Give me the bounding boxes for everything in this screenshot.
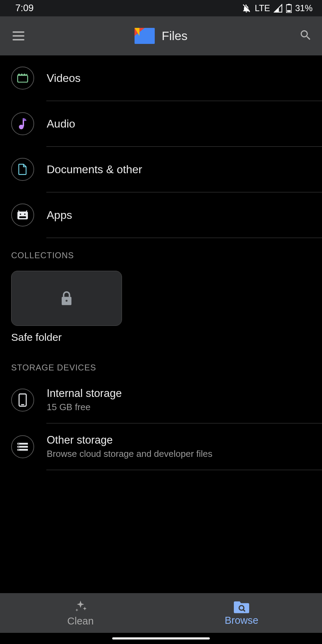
status-battery: 31% xyxy=(295,3,313,13)
collections-header: COLLECTIONS xyxy=(0,238,322,260)
status-bar: 7:09 LTE 31% xyxy=(0,0,322,16)
hamburger-icon xyxy=(13,31,24,33)
gesture-bar[interactable] xyxy=(0,633,322,644)
category-documents[interactable]: Documents & other xyxy=(0,147,322,192)
category-apps[interactable]: Apps xyxy=(0,192,322,238)
svg-rect-2 xyxy=(287,10,291,12)
storage-subtitle: 15 GB free xyxy=(47,402,122,413)
search-icon xyxy=(299,29,312,42)
storage-title: Internal storage xyxy=(47,387,122,400)
sparkle-icon xyxy=(73,599,88,614)
storage-internal[interactable]: Internal storage 15 GB free xyxy=(0,377,322,423)
menu-button[interactable] xyxy=(13,31,24,40)
category-label: Videos xyxy=(47,72,80,85)
signal-icon xyxy=(274,4,283,13)
app-header: Files xyxy=(0,16,322,55)
status-network: LTE xyxy=(255,3,270,13)
nav-clean[interactable]: Clean xyxy=(0,593,161,633)
nav-label: Browse xyxy=(225,615,259,626)
home-indicator xyxy=(112,637,210,639)
category-label: Audio xyxy=(47,117,75,130)
storage-other[interactable]: Other storage Browse cloud storage and d… xyxy=(0,423,322,470)
category-videos[interactable]: Videos xyxy=(0,55,322,101)
audio-icon xyxy=(11,112,34,135)
storage-header: STORAGE DEVICES xyxy=(0,343,322,373)
document-icon xyxy=(11,158,34,181)
category-label: Documents & other xyxy=(47,163,142,176)
apps-icon xyxy=(11,204,34,227)
status-right: LTE 31% xyxy=(242,3,313,13)
phone-icon xyxy=(11,389,34,412)
svg-point-11 xyxy=(66,300,68,302)
svg-rect-6 xyxy=(17,212,28,220)
svg-point-19 xyxy=(18,449,20,450)
divider xyxy=(46,470,322,470)
search-button[interactable] xyxy=(299,29,312,43)
header-title-group: Files xyxy=(135,28,187,44)
folder-search-icon xyxy=(234,600,249,613)
svg-point-18 xyxy=(18,446,20,447)
storage-stack-icon xyxy=(11,435,34,458)
svg-point-7 xyxy=(20,214,21,215)
bottom-nav: Clean Browse xyxy=(0,593,322,633)
svg-rect-9 xyxy=(19,216,26,218)
storage-subtitle: Browse cloud storage and developer files xyxy=(47,449,213,459)
svg-point-17 xyxy=(18,443,20,444)
svg-rect-3 xyxy=(18,75,28,82)
storage-title: Other storage xyxy=(47,434,213,446)
svg-point-8 xyxy=(24,214,25,215)
nav-label: Clean xyxy=(67,615,94,627)
app-title: Files xyxy=(162,29,187,43)
svg-rect-1 xyxy=(288,4,290,5)
dnd-off-icon xyxy=(242,3,251,13)
lock-icon xyxy=(61,291,72,306)
battery-icon xyxy=(286,4,292,13)
files-logo-icon xyxy=(135,28,155,44)
safe-folder-label: Safe folder xyxy=(0,331,322,343)
category-label: Apps xyxy=(47,209,72,222)
videos-icon xyxy=(11,67,34,90)
nav-browse[interactable]: Browse xyxy=(161,593,322,633)
safe-folder-card[interactable] xyxy=(11,271,122,326)
main-content: Videos Audio Documents & other Apps COLL… xyxy=(0,55,322,593)
status-time: 7:09 xyxy=(15,3,34,14)
category-audio[interactable]: Audio xyxy=(0,101,322,146)
